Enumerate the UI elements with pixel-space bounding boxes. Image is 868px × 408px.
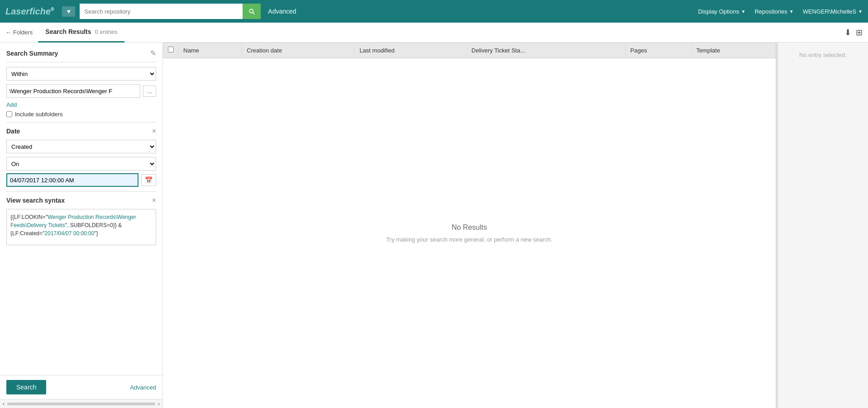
sidebar: Search Summary ✎ Within Anywhere ... Add… (0, 43, 163, 408)
calendar-button[interactable]: 📅 (141, 174, 156, 186)
date-section-close-button[interactable]: × (152, 127, 156, 135)
repositories-arrow-icon: ▼ (789, 9, 794, 14)
no-results-title: No Results (452, 223, 487, 232)
scroll-right-button[interactable]: › (158, 401, 160, 407)
main-layout: Search Summary ✎ Within Anywhere ... Add… (0, 43, 868, 408)
app-logo: Laserfiche® (5, 6, 54, 17)
path-row: ... (6, 84, 156, 98)
display-options-menu[interactable]: Display Options ▼ (698, 8, 746, 15)
date-section-title: Date (6, 128, 20, 135)
pages-column-header[interactable]: Pages (625, 43, 692, 58)
back-label: Folders (13, 29, 33, 36)
results-table-container: Name Creation date Last modified Deliver… (163, 43, 776, 58)
template-column-header[interactable]: Template (692, 43, 776, 58)
syntax-box: {{LF:LOOKIN="Wenger Production Records\W… (6, 209, 156, 245)
add-location-link[interactable]: Add (6, 101, 156, 108)
last-modified-column-header[interactable]: Last modified (355, 43, 467, 58)
syntax-section-close-button[interactable]: × (152, 196, 156, 204)
include-subfolders-checkbox[interactable] (6, 111, 12, 117)
select-all-checkbox[interactable] (168, 47, 174, 52)
toolbar: ← Folders Search Results 0 entries ⬇ ⊞ (0, 23, 868, 43)
entries-count: 0 entries (95, 28, 118, 35)
syntax-section: View search syntax × {{LF:LOOKIN="Wenger… (6, 191, 156, 245)
grid-view-button[interactable]: ⊞ (856, 28, 863, 38)
right-panel: No entry selected. (777, 43, 868, 408)
nav-dropdown-button[interactable]: ▼ (62, 6, 75, 17)
top-nav: Laserfiche® ▼ Advanced Display Options ▼… (0, 0, 868, 23)
display-options-arrow-icon: ▼ (741, 9, 746, 14)
results-main: Name Creation date Last modified Deliver… (163, 43, 776, 408)
results-table: Name Creation date Last modified Deliver… (163, 43, 776, 58)
user-label: WENGER\MichelleS (803, 8, 856, 15)
creation-date-column-header[interactable]: Creation date (242, 43, 355, 58)
search-results-label: Search Results (45, 28, 91, 35)
search-bar (80, 4, 261, 19)
search-summary-title: Search Summary (6, 50, 58, 57)
scroll-thumb (7, 403, 155, 405)
repositories-menu[interactable]: Repositories ▼ (754, 8, 793, 15)
datetime-row: 📅 (6, 173, 156, 187)
edit-search-button[interactable]: ✎ (150, 49, 156, 57)
logo-text: Laserfiche (5, 6, 51, 16)
datetime-input[interactable] (6, 173, 138, 187)
scroll-left-button[interactable]: ‹ (3, 401, 5, 407)
no-entry-label: No entry selected. (799, 52, 847, 58)
include-subfolders-row: Include subfolders (6, 111, 156, 118)
search-icon (248, 8, 255, 15)
date-type-select[interactable]: Created Last modified Last accessed (6, 140, 156, 153)
on-select-row: On Before After Between (6, 157, 156, 171)
sidebar-footer: Search Advanced (0, 375, 162, 399)
table-header-row: Name Creation date Last modified Deliver… (163, 43, 776, 58)
syntax-date-link[interactable]: 2017/04/07 00:00:00 (44, 230, 94, 237)
path-input[interactable] (6, 84, 140, 98)
back-arrow-icon: ← (5, 29, 11, 36)
nav-right: Display Options ▼ Repositories ▼ WENGER\… (698, 8, 863, 15)
repositories-label: Repositories (754, 8, 787, 15)
date-section-header: Date × (6, 127, 156, 135)
display-options-label: Display Options (698, 8, 739, 15)
date-section: Date × Created Last modified Last access… (6, 122, 156, 187)
logo-mark: ® (51, 7, 54, 12)
syntax-text-3: "} (94, 230, 98, 237)
toolbar-actions: ⬇ ⊞ (844, 28, 863, 38)
search-summary-header: Search Summary ✎ (6, 49, 156, 57)
include-subfolders-label: Include subfolders (15, 111, 63, 118)
search-go-button[interactable] (243, 4, 261, 19)
date-condition-select[interactable]: On Before After Between (6, 157, 156, 171)
no-results-subtitle: Try making your search more general, or … (386, 236, 552, 243)
search-button[interactable]: Search (6, 380, 46, 394)
download-button[interactable]: ⬇ (844, 28, 851, 38)
select-all-column (163, 43, 179, 58)
search-input[interactable] (80, 4, 243, 19)
browse-button[interactable]: ... (143, 85, 156, 97)
advanced-search-button[interactable]: Advanced (268, 8, 296, 15)
advanced-link[interactable]: Advanced (130, 384, 156, 391)
back-to-folders-button[interactable]: ← Folders (5, 29, 38, 36)
syntax-text-1: {{LF:LOOKIN=" (10, 214, 48, 220)
sidebar-scroll-area: ‹ › (0, 399, 162, 408)
user-menu[interactable]: WENGER\MichelleS ▼ (803, 8, 863, 15)
within-section: Within Anywhere (6, 62, 156, 81)
empty-results-panel: No Results Try making your search more g… (163, 58, 776, 408)
syntax-section-title: View search syntax (6, 197, 65, 204)
within-select[interactable]: Within Anywhere (6, 67, 156, 81)
syntax-section-header: View search syntax × (6, 196, 156, 204)
search-results-tab[interactable]: Search Results 0 entries (38, 23, 124, 43)
user-arrow-icon: ▼ (858, 9, 863, 14)
name-column-header[interactable]: Name (179, 43, 242, 58)
delivery-ticket-status-column-header[interactable]: Delivery Ticket Sta... (467, 43, 625, 58)
